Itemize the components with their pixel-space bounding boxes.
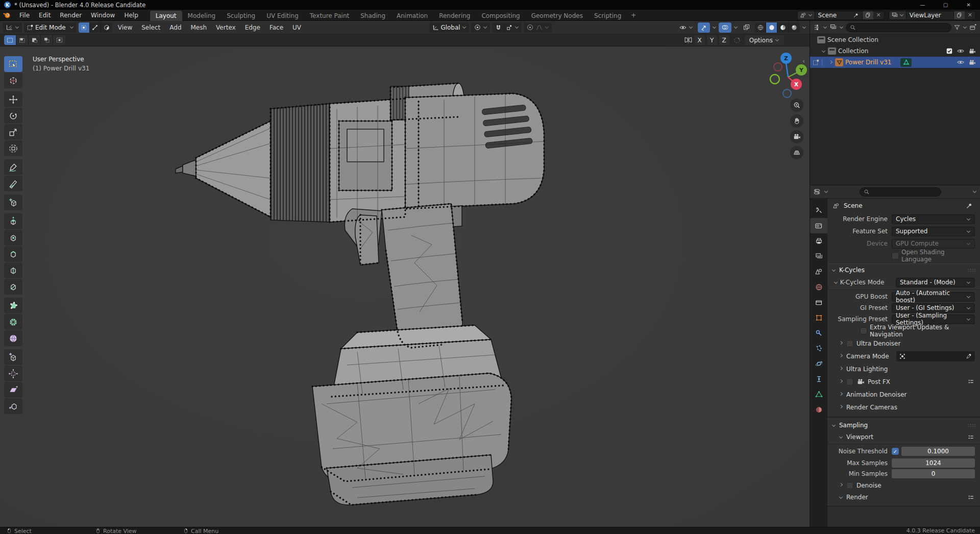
mirror-y-toggle[interactable]: Y (707, 35, 717, 45)
scale-tool-button[interactable] (4, 124, 22, 140)
disable-render-icon[interactable] (968, 47, 976, 55)
workspace-tab-compositing[interactable]: Compositing (476, 11, 525, 21)
menu-select[interactable]: Select (138, 24, 164, 31)
expand-arrow-icon[interactable] (829, 60, 832, 63)
osl-checkbox[interactable] (892, 252, 899, 259)
denoise-row[interactable]: Denoise (827, 479, 980, 492)
properties-tab-render[interactable] (810, 218, 827, 233)
minimize-button[interactable]: — (911, 0, 934, 10)
min-samples-field[interactable]: 0 (892, 469, 975, 478)
kcycles-mode-dropdown[interactable]: Standard - (Mode) (896, 278, 975, 287)
menu-vertex[interactable]: Vertex (212, 24, 239, 31)
options-dropdown[interactable]: Options (745, 35, 784, 45)
perspective-toggle-button[interactable] (790, 146, 803, 159)
panel-drag-handle[interactable]: :::: (968, 423, 976, 428)
denoise-checkbox[interactable] (846, 482, 853, 489)
annotate-tool-button[interactable] (4, 159, 22, 175)
cursor-tool-button[interactable] (4, 72, 22, 88)
menu-help[interactable]: Help (119, 10, 142, 21)
show-overlays-toggle[interactable] (719, 22, 731, 33)
pin-icon[interactable] (966, 202, 975, 209)
noise-threshold-field[interactable]: 0.1000 (901, 447, 975, 456)
render-engine-dropdown[interactable]: Cycles (892, 214, 975, 224)
shear-tool-button[interactable] (4, 382, 22, 398)
sampling-preset-dropdown[interactable]: User - (Sampling Settings) (892, 314, 975, 324)
magnet-icon[interactable] (495, 23, 502, 31)
properties-tab-object[interactable] (810, 310, 827, 325)
scene-browse-button[interactable] (798, 11, 815, 19)
select-invert-button[interactable] (41, 35, 53, 45)
add-cube-tool-button[interactable] (4, 195, 22, 210)
preset-list-icon[interactable] (967, 494, 975, 501)
snap-target-icon[interactable] (506, 24, 513, 31)
hide-viewport-icon[interactable] (957, 58, 965, 66)
post-fx-row[interactable]: Post FX (827, 375, 980, 388)
properties-tab-modifiers[interactable] (810, 325, 827, 341)
display-mode-icon[interactable] (813, 23, 821, 31)
extra-viewport-checkbox[interactable] (860, 327, 867, 334)
sampling-render-header[interactable]: Render (827, 492, 980, 503)
preset-list-icon[interactable] (967, 378, 975, 385)
workspace-tab-rendering[interactable]: Rendering (433, 11, 476, 21)
select-subtract-button[interactable] (29, 35, 41, 45)
properties-editor-icon[interactable] (813, 188, 821, 196)
panel-drag-handle[interactable]: :::: (968, 268, 976, 273)
new-collection-icon[interactable] (969, 23, 977, 31)
properties-tab-constraints[interactable] (810, 371, 827, 386)
shading-material-button[interactable] (777, 22, 789, 33)
menu-face[interactable]: Face (266, 24, 287, 31)
outliner-row-collection[interactable]: Collection (810, 45, 980, 57)
workspace-tab-modeling[interactable]: Modeling (182, 11, 222, 21)
mirror-x-toggle[interactable]: X (695, 35, 705, 45)
outliner-row-scene-collection[interactable]: Scene Collection (810, 34, 980, 45)
scene-name-field[interactable]: Scene (815, 12, 862, 19)
noise-threshold-checkbox[interactable]: ✓ (892, 448, 899, 455)
menu-edge[interactable]: Edge (241, 24, 264, 31)
workspace-tab-shading[interactable]: Shading (355, 11, 391, 21)
outliner-viewlayer-icon[interactable] (829, 23, 837, 31)
workspace-tab-scripting[interactable]: Scripting (589, 11, 627, 21)
select-extend-button[interactable] (16, 35, 29, 45)
properties-options-icon[interactable] (973, 189, 976, 193)
show-gizmo-toggle[interactable] (698, 22, 710, 33)
proportional-edit-icon[interactable] (526, 23, 534, 31)
shading-wireframe-button[interactable] (755, 22, 766, 33)
workspace-tab-geometry-nodes[interactable]: Geometry Nodes (526, 11, 589, 21)
move-tool-button[interactable] (4, 91, 22, 107)
properties-tab-material[interactable] (810, 402, 827, 417)
workspace-tab-layout[interactable]: Layout (150, 11, 182, 21)
new-scene-button[interactable] (862, 11, 873, 19)
transform-orientation-dropdown[interactable]: Global (429, 22, 469, 33)
knife-tool-button[interactable] (4, 279, 22, 295)
device-dropdown[interactable]: GPU Compute (892, 239, 975, 249)
max-samples-field[interactable]: 1024 (892, 458, 975, 468)
disable-render-icon[interactable] (968, 59, 976, 66)
filter-icon[interactable] (953, 24, 961, 31)
menu-uv[interactable]: UV (289, 24, 305, 31)
gi-preset-dropdown[interactable]: User - (GI Settings) (892, 303, 975, 313)
menu-edit[interactable]: Edit (34, 10, 55, 21)
properties-tab-scene[interactable] (810, 264, 827, 279)
mirror-icon[interactable] (684, 36, 693, 44)
rotate-tool-button[interactable] (4, 108, 22, 124)
menu-render[interactable]: Render (55, 10, 86, 21)
gizmo-minus-x[interactable] (774, 63, 782, 71)
post-fx-checkbox[interactable] (846, 378, 853, 385)
ultra-denoiser-row[interactable]: Ultra Denoiser (827, 337, 980, 350)
vertex-select-mode-button[interactable] (79, 22, 90, 33)
eyedropper-icon[interactable] (966, 353, 972, 359)
gizmo-minus-z[interactable] (783, 89, 791, 98)
properties-search-input[interactable] (860, 187, 941, 197)
select-intersect-button[interactable] (53, 35, 65, 45)
outliner-row-power-drill[interactable]: Power Drill v31 (810, 57, 980, 68)
close-button[interactable]: ✕ (957, 0, 980, 10)
ultra-denoiser-checkbox[interactable] (846, 340, 853, 347)
unlink-scene-button[interactable]: ✕ (873, 12, 884, 18)
mode-dropdown[interactable]: Edit Mode (24, 22, 77, 33)
smooth-tool-button[interactable] (4, 330, 22, 346)
falloff-icon[interactable] (535, 23, 543, 31)
outliner-search-input[interactable] (846, 23, 951, 32)
remove-viewlayer-button[interactable]: ✕ (965, 12, 975, 18)
power-drill-mesh[interactable] (0, 46, 810, 527)
camera-mode-row[interactable]: Camera Mode (827, 350, 980, 362)
